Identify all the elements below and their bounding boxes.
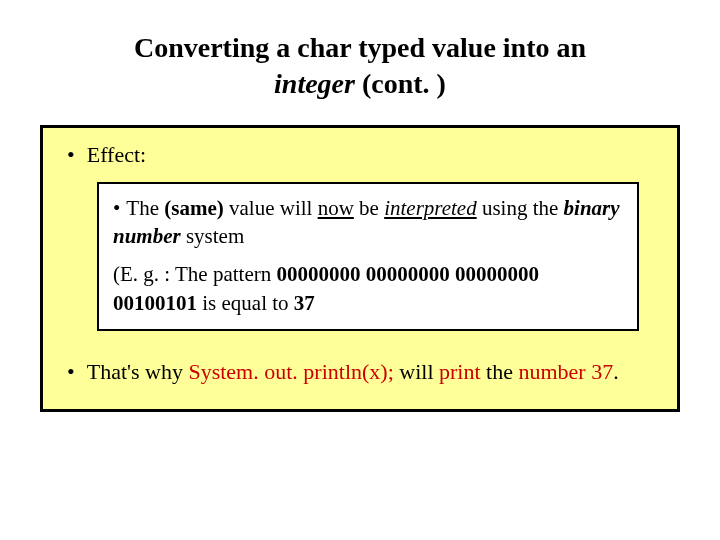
eg-mid: is equal to [197,291,294,315]
content-box: •Effect: •The (same) value will now be i… [40,125,680,412]
title-line2-rest: (cont. ) [355,68,446,99]
slide: Converting a char typed value into an in… [0,0,720,540]
inner-same: (same) [164,196,223,220]
title-line2-italic: integer [274,68,355,99]
b2-print: print [439,359,481,384]
effect-label: Effect: [87,142,146,167]
b2-mid2: the [481,359,519,384]
b2-tail: . [613,359,619,384]
eg-lead: (E. g. : The pattern [113,262,276,286]
bullet-effect: •Effect: [67,142,659,168]
inner-lead: The [126,196,164,220]
inner-interpreted: interpreted [384,196,477,220]
inner-mid2: be [354,196,384,220]
bullet-dot-icon: • [113,196,120,220]
inner-box: •The (same) value will now be interprete… [97,182,639,331]
inner-bullet-1: •The (same) value will now be interprete… [113,194,623,251]
b2-mid: will [394,359,439,384]
bullet-explanation: •That's why System. out. println(x); wil… [67,357,659,387]
b2-lead: That's why [87,359,189,384]
inner-tail: system [181,224,245,248]
b2-code: System. out. println(x); [188,359,393,384]
bullet-dot-icon: • [67,359,75,384]
b2-number37: number 37 [518,359,613,384]
bullet-dot-icon: • [67,142,75,167]
slide-title: Converting a char typed value into an in… [40,30,680,103]
eg-thirtyseven: 37 [294,291,315,315]
inner-now: now [318,196,354,220]
title-line1: Converting a char typed value into an [134,32,586,63]
inner-mid3: using the [477,196,564,220]
inner-mid1: value will [224,196,318,220]
inner-example: (E. g. : The pattern 00000000 00000000 0… [113,260,623,317]
